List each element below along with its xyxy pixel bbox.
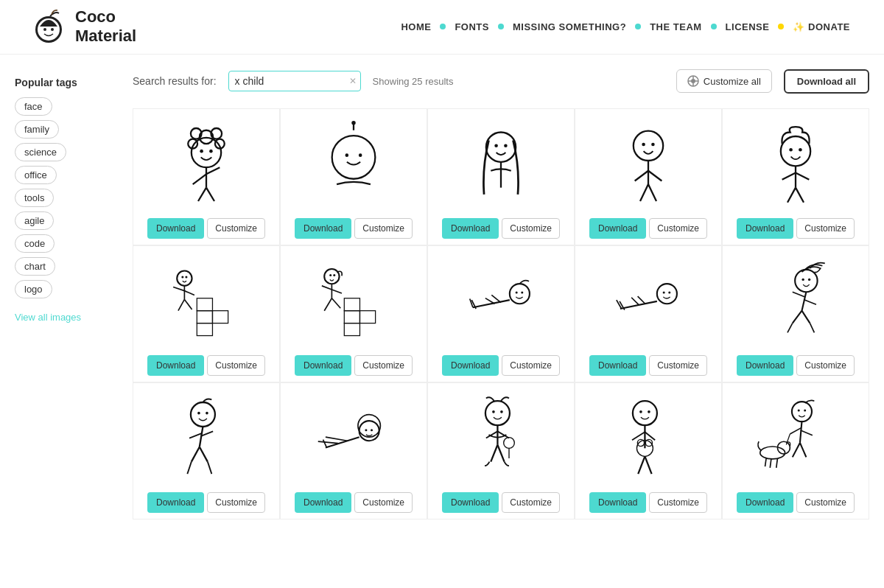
nav-team[interactable]: THE TEAM <box>645 18 706 35</box>
svg-line-131 <box>645 433 655 441</box>
image-card-7: Download Customize <box>280 245 427 382</box>
download-button-12[interactable]: Download <box>295 492 351 513</box>
svg-rect-51 <box>197 323 212 335</box>
customize-button-14[interactable]: Customize <box>649 492 707 513</box>
card-image-3 <box>432 116 569 212</box>
card-buttons-2: Download Customize <box>285 218 422 239</box>
tag-family[interactable]: family <box>15 120 59 139</box>
svg-rect-63 <box>344 323 359 335</box>
image-card-5: Download Customize <box>722 108 869 245</box>
svg-line-104 <box>192 447 200 462</box>
download-button-8[interactable]: Download <box>442 355 499 376</box>
svg-point-74 <box>521 291 523 293</box>
svg-point-98 <box>191 402 215 427</box>
card-image-13 <box>432 391 569 486</box>
download-button-9[interactable]: Download <box>589 355 646 376</box>
svg-point-72 <box>510 284 530 304</box>
svg-point-82 <box>668 291 670 293</box>
tag-science[interactable]: science <box>15 143 66 161</box>
svg-point-30 <box>504 144 508 148</box>
nav-home[interactable]: HOME <box>396 18 435 35</box>
view-all-link[interactable]: View all images <box>15 312 81 323</box>
customize-all-button[interactable]: Customize all <box>676 69 772 93</box>
tag-logo[interactable]: logo <box>15 280 52 298</box>
customize-button-3[interactable]: Customize <box>502 218 560 239</box>
customize-button-7[interactable]: Customize <box>354 355 413 376</box>
tag-face[interactable]: face <box>15 97 52 116</box>
image-card-10: Download Customize <box>722 245 869 382</box>
svg-line-36 <box>635 171 648 181</box>
customize-button-1[interactable]: Customize <box>207 218 265 239</box>
card-buttons-10: Download Customize <box>727 355 864 376</box>
download-button-3[interactable]: Download <box>442 218 499 239</box>
nav-fonts[interactable]: FONTS <box>450 18 494 35</box>
svg-point-42 <box>799 148 802 152</box>
download-button-4[interactable]: Download <box>589 218 646 239</box>
nav-missing[interactable]: MISSING SOMETHING? <box>508 18 631 35</box>
tag-code[interactable]: code <box>15 234 55 253</box>
download-button-6[interactable]: Download <box>147 355 204 376</box>
svg-point-26 <box>345 154 349 158</box>
download-button-11[interactable]: Download <box>147 492 204 513</box>
card-buttons-7: Download Customize <box>285 355 422 376</box>
svg-line-85 <box>631 298 639 305</box>
customize-button-13[interactable]: Customize <box>502 492 560 513</box>
nav-dot-2 <box>498 24 504 29</box>
svg-line-148 <box>770 458 771 468</box>
nav-dot-5 <box>778 24 784 29</box>
tag-agile[interactable]: agile <box>15 211 54 230</box>
svg-line-46 <box>787 188 796 203</box>
customize-button-15[interactable]: Customize <box>796 492 855 513</box>
svg-point-99 <box>197 412 200 415</box>
logo[interactable]: Coco Material <box>29 7 136 46</box>
customize-button-8[interactable]: Customize <box>502 355 560 376</box>
card-image-4 <box>580 116 717 212</box>
customize-button-2[interactable]: Customize <box>354 218 413 239</box>
download-button-2[interactable]: Download <box>295 218 351 239</box>
nav-license[interactable]: LICENSE <box>721 18 774 35</box>
customize-button-12[interactable]: Customize <box>354 492 413 513</box>
svg-point-90 <box>808 278 810 280</box>
svg-line-45 <box>796 173 809 180</box>
svg-point-32 <box>634 131 663 161</box>
card-image-5 <box>727 116 864 212</box>
svg-line-113 <box>326 437 348 441</box>
download-button-1[interactable]: Download <box>147 218 204 239</box>
download-button-10[interactable]: Download <box>737 355 793 376</box>
download-all-button[interactable]: Download all <box>784 69 869 94</box>
customize-button-9[interactable]: Customize <box>649 355 707 376</box>
svg-point-16 <box>200 150 203 153</box>
svg-line-135 <box>638 457 645 475</box>
nav-donate[interactable]: ✨ DONATE <box>788 18 855 35</box>
tag-chart[interactable]: chart <box>15 257 55 276</box>
search-clear-icon[interactable]: ✕ <box>349 76 357 86</box>
svg-line-140 <box>800 421 802 443</box>
card-image-11 <box>138 391 275 486</box>
customize-button-4[interactable]: Customize <box>649 218 707 239</box>
svg-point-28 <box>486 133 516 162</box>
svg-point-89 <box>801 278 804 280</box>
results-count: Showing 25 results <box>373 76 664 87</box>
svg-point-137 <box>792 402 812 421</box>
tag-list: face family science office tools agile c… <box>15 97 103 298</box>
svg-line-92 <box>793 292 805 297</box>
download-button-15[interactable]: Download <box>737 492 793 513</box>
logo-text: Coco Material <box>75 7 136 46</box>
search-input[interactable] <box>228 71 361 91</box>
content-area: Search results for: ✕ Showing 25 results… <box>118 69 884 519</box>
tag-tools[interactable]: tools <box>15 189 54 207</box>
customize-button-5[interactable]: Customize <box>796 218 855 239</box>
svg-line-22 <box>206 188 214 201</box>
customize-button-6[interactable]: Customize <box>207 355 265 376</box>
card-buttons-8: Download Customize <box>432 355 569 376</box>
header: Coco Material HOME FONTS MISSING SOMETHI… <box>0 0 884 55</box>
customize-button-11[interactable]: Customize <box>207 492 265 513</box>
download-button-5[interactable]: Download <box>737 218 793 239</box>
image-grid: Download Customize <box>133 108 869 519</box>
tag-office[interactable]: office <box>15 166 57 184</box>
download-button-7[interactable]: Download <box>295 355 351 376</box>
download-button-13[interactable]: Download <box>442 492 499 513</box>
card-buttons-14: Download Customize <box>580 492 717 513</box>
download-button-14[interactable]: Download <box>589 492 646 513</box>
customize-button-10[interactable]: Customize <box>796 355 855 376</box>
